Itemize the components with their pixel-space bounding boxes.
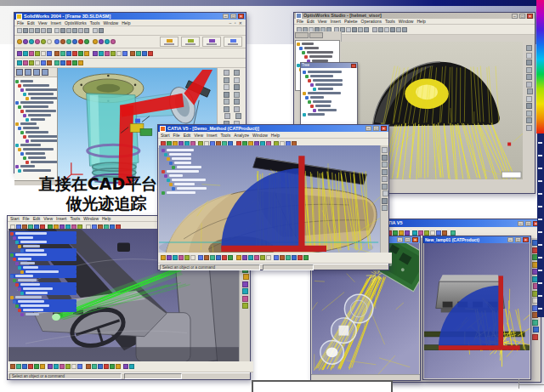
- menu-item[interactable]: Help: [416, 19, 425, 24]
- menu-item[interactable]: View: [318, 19, 327, 24]
- toolbar-icon[interactable]: [60, 39, 65, 44]
- toolbar-icon[interactable]: [372, 27, 377, 32]
- menu-item[interactable]: Insert: [56, 216, 67, 221]
- toolbar-icon[interactable]: [110, 39, 116, 44]
- toolbar-icon[interactable]: [248, 255, 253, 260]
- close-button[interactable]: ×: [523, 237, 529, 242]
- menu-item[interactable]: OptisWorks: [65, 20, 87, 26]
- toolbar-icon[interactable]: [260, 255, 265, 260]
- toolbar-icon[interactable]: [243, 274, 249, 280]
- toolbar-icon[interactable]: [242, 281, 248, 287]
- menu-item[interactable]: View: [43, 216, 53, 221]
- maximize-button[interactable]: □: [405, 237, 411, 242]
- maximize-button[interactable]: □: [230, 14, 236, 19]
- minimize-button[interactable]: –: [512, 14, 518, 19]
- toolbar-icon[interactable]: [234, 106, 240, 112]
- toolbar-icon[interactable]: [72, 51, 77, 56]
- toolbar-icon[interactable]: [84, 51, 89, 56]
- toolbar-icon[interactable]: [23, 51, 28, 56]
- optis-toolbar[interactable]: [14, 36, 246, 48]
- menu-item[interactable]: Help: [271, 133, 280, 138]
- toolbar-icon[interactable]: [254, 255, 259, 260]
- menu-item[interactable]: View: [194, 133, 203, 138]
- toolbar-icon[interactable]: [78, 51, 83, 56]
- toolbar-icon[interactable]: [41, 51, 46, 56]
- toolbar-icon[interactable]: [28, 364, 33, 369]
- minimize-button[interactable]: –: [397, 237, 403, 242]
- toolbar-icon[interactable]: [228, 255, 233, 260]
- toolbar-icon[interactable]: [274, 255, 279, 260]
- toolbar-icon[interactable]: [418, 230, 423, 236]
- toolbar-icon[interactable]: [54, 364, 59, 369]
- menu-item[interactable]: Analyze: [234, 133, 249, 138]
- menu-item[interactable]: Edit: [33, 216, 41, 221]
- toolbar-icon[interactable]: [17, 39, 22, 44]
- toolbar-icon[interactable]: [236, 255, 241, 260]
- toolbar-icon[interactable]: [10, 364, 15, 369]
- toolbar-icon[interactable]: [29, 60, 34, 65]
- menu-item[interactable]: File: [297, 19, 303, 24]
- window-titlebar[interactable]: OptisWorks Studio - [helmet_visor] – □ ×: [294, 13, 535, 19]
- toolbar-icon[interactable]: [382, 176, 388, 182]
- toolbar-icon[interactable]: [116, 364, 121, 369]
- tree-item[interactable]: [18, 168, 56, 173]
- toolbar-icon[interactable]: [29, 39, 34, 44]
- menu-item[interactable]: Insert: [330, 19, 341, 24]
- toolbar-icon[interactable]: [86, 364, 91, 369]
- toolbar-icon[interactable]: [450, 230, 456, 236]
- toolbar-icon[interactable]: [224, 70, 230, 76]
- toolbar-group-button[interactable]: [202, 37, 221, 47]
- minimize-button[interactable]: –: [223, 14, 229, 19]
- toolbar-icon[interactable]: [65, 364, 71, 369]
- toolbar-icon[interactable]: [178, 255, 184, 260]
- toolbar-icon[interactable]: [526, 67, 532, 73]
- toolbar-icon[interactable]: [442, 230, 447, 236]
- toolbar-icon[interactable]: [93, 28, 98, 33]
- toolbar-icon[interactable]: [47, 28, 52, 33]
- toolbar-icon[interactable]: [167, 255, 172, 260]
- toolbar-icon[interactable]: [16, 364, 21, 369]
- feature-manager-tabs[interactable]: [14, 68, 57, 77]
- toolbar-icon[interactable]: [412, 230, 417, 236]
- maximize-button[interactable]: □: [373, 126, 379, 131]
- toolbar-icon[interactable]: [71, 364, 76, 369]
- toolbar-icon[interactable]: [17, 51, 22, 56]
- toolbar-icon[interactable]: [161, 255, 166, 260]
- view-toolbar[interactable]: [14, 48, 246, 59]
- toolbar-icon[interactable]: [60, 364, 65, 369]
- menu-item[interactable]: Edit: [307, 19, 314, 24]
- toolbar-icon[interactable]: [216, 255, 221, 260]
- toolbar-icon[interactable]: [393, 230, 398, 236]
- toolbar-icon[interactable]: [298, 255, 303, 260]
- toolbar-icon[interactable]: [84, 28, 89, 33]
- menu-item[interactable]: View: [38, 20, 48, 26]
- toolbar-icon[interactable]: [526, 103, 532, 109]
- toolbar-icon[interactable]: [382, 147, 388, 153]
- close-button[interactable]: ×: [238, 14, 244, 19]
- toolbar-icon[interactable]: [66, 28, 71, 33]
- toolbar-icon[interactable]: [29, 51, 34, 56]
- toolbar-icon[interactable]: [116, 51, 122, 56]
- toolbar-icon[interactable]: [54, 39, 60, 44]
- toolbar-icon[interactable]: [224, 92, 230, 98]
- toolbar-icon[interactable]: [224, 113, 230, 119]
- toolbar-icon[interactable]: [110, 51, 116, 56]
- menu-item[interactable]: Edit: [27, 20, 35, 26]
- toolbar-icon[interactable]: [35, 60, 40, 65]
- toolbar-icon[interactable]: [396, 27, 401, 32]
- toolbar-icon[interactable]: [224, 99, 230, 105]
- toolbar-icon[interactable]: [23, 60, 28, 65]
- toolbar-icon[interactable]: [526, 111, 532, 116]
- tree-item[interactable]: [20, 312, 76, 316]
- toolbar-icon[interactable]: [532, 334, 538, 340]
- dialog-tree[interactable]: [301, 68, 357, 118]
- toolbar-icon[interactable]: [99, 28, 104, 33]
- menu-item[interactable]: Tools: [71, 216, 81, 221]
- toolbar-icon[interactable]: [17, 60, 22, 65]
- toolbar-icon[interactable]: [99, 39, 104, 44]
- toolbar-icon[interactable]: [286, 255, 291, 260]
- toolbar-icon[interactable]: [352, 27, 357, 32]
- compass-icon[interactable]: [159, 150, 382, 257]
- toolbar-icon[interactable]: [402, 27, 407, 32]
- feature-tree[interactable]: [14, 77, 57, 180]
